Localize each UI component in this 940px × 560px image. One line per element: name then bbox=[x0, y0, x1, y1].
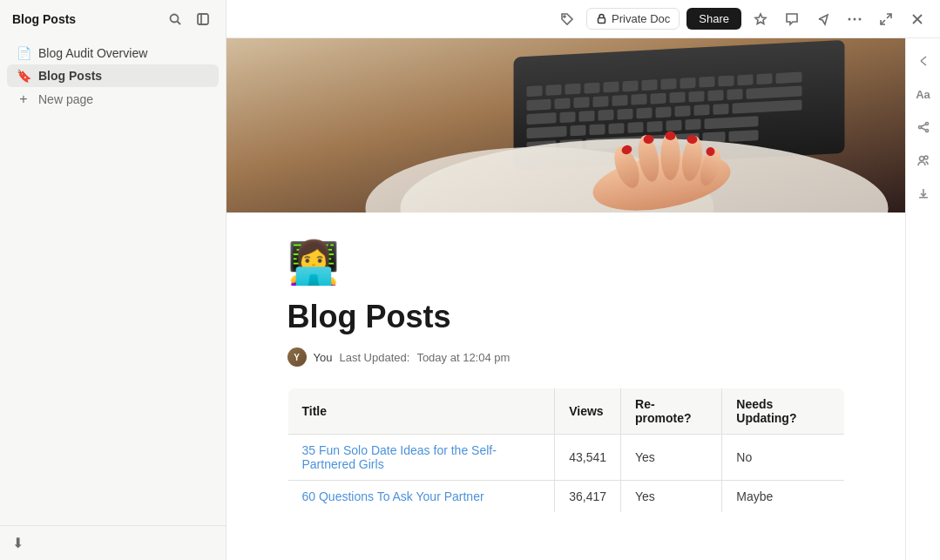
svg-marker-6 bbox=[755, 14, 766, 24]
tag-icon bbox=[560, 12, 574, 26]
svg-line-86 bbox=[921, 128, 925, 131]
svg-line-80 bbox=[921, 57, 926, 61]
svg-rect-27 bbox=[738, 74, 754, 85]
bookmark-icon: 🔖 bbox=[16, 69, 31, 83]
typography-button[interactable]: Aa bbox=[910, 80, 937, 108]
topbar: Private Doc Share bbox=[227, 0, 940, 38]
private-doc-label: Private Doc bbox=[612, 12, 670, 25]
users-button[interactable] bbox=[910, 146, 937, 174]
svg-rect-18 bbox=[565, 84, 581, 95]
svg-rect-20 bbox=[604, 81, 619, 92]
typography-icon: Aa bbox=[916, 88, 930, 101]
search-button[interactable] bbox=[165, 10, 186, 28]
table-title-link[interactable]: 60 Questions To Ask Your Partner bbox=[302, 489, 484, 503]
svg-rect-29 bbox=[776, 71, 802, 84]
svg-rect-39 bbox=[708, 90, 724, 101]
sidebar-header: Blog Posts bbox=[0, 0, 226, 38]
svg-rect-33 bbox=[593, 96, 609, 107]
svg-rect-48 bbox=[656, 106, 672, 118]
svg-line-85 bbox=[921, 125, 925, 127]
private-doc-button[interactable]: Private Doc bbox=[586, 8, 680, 30]
svg-rect-45 bbox=[598, 110, 614, 121]
meta-author: You bbox=[314, 351, 333, 364]
table-row: 60 Questions To Ask Your Partner36,417Ye… bbox=[287, 481, 844, 513]
svg-rect-55 bbox=[590, 124, 605, 135]
page-emoji: 👩‍💻 bbox=[287, 239, 845, 287]
sidebar-item-label: Blog Posts bbox=[38, 69, 102, 83]
collapse-right-button[interactable] bbox=[910, 47, 937, 75]
svg-point-77 bbox=[666, 132, 676, 140]
table-row: 35 Fun Solo Date Ideas for the Self-Part… bbox=[287, 435, 844, 481]
svg-rect-24 bbox=[680, 78, 696, 89]
share-right-button[interactable] bbox=[910, 113, 937, 141]
svg-point-87 bbox=[919, 157, 923, 161]
table-header-repromote: Re-promote? bbox=[621, 388, 722, 435]
meta-separator: Last Updated: bbox=[339, 351, 409, 364]
content-wrapper: 👩‍💻 Blog Posts Y You Last Updated: Today… bbox=[227, 38, 940, 560]
table-header-title: Title bbox=[287, 388, 555, 435]
svg-point-0 bbox=[171, 15, 179, 23]
sidebar-item-label: Blog Audit Overview bbox=[38, 46, 147, 60]
svg-rect-28 bbox=[757, 73, 773, 84]
lock-icon bbox=[596, 13, 607, 24]
svg-point-7 bbox=[849, 17, 851, 20]
table-cell-title: 35 Fun Solo Date Ideas for the Self-Part… bbox=[287, 435, 555, 481]
svg-rect-49 bbox=[675, 105, 691, 117]
send-button[interactable] bbox=[811, 9, 835, 30]
expand-icon bbox=[879, 12, 893, 26]
comments-button[interactable] bbox=[780, 9, 804, 30]
svg-rect-32 bbox=[574, 97, 590, 108]
right-sidebar: Aa bbox=[905, 38, 940, 560]
close-button[interactable] bbox=[905, 9, 930, 30]
favorite-button[interactable] bbox=[748, 9, 773, 30]
svg-rect-17 bbox=[546, 84, 562, 96]
svg-rect-90 bbox=[919, 197, 928, 199]
sidebar-title: Blog Posts bbox=[12, 12, 76, 26]
page-content: 👩‍💻 Blog Posts Y You Last Updated: Today… bbox=[253, 213, 880, 548]
svg-point-8 bbox=[854, 17, 856, 20]
share-label: Share bbox=[699, 12, 729, 25]
sidebar: Blog Posts 📄 Blog Audit Overview 🔖 bbox=[0, 0, 227, 560]
sidebar-item-blog-posts[interactable]: 🔖 Blog Posts bbox=[7, 64, 219, 87]
svg-line-1 bbox=[178, 22, 181, 25]
svg-rect-26 bbox=[719, 76, 734, 87]
expand-button[interactable] bbox=[874, 9, 898, 30]
svg-rect-54 bbox=[571, 125, 586, 136]
svg-rect-56 bbox=[609, 123, 625, 134]
table-title-link[interactable]: 35 Fun Solo Date Ideas for the Self-Part… bbox=[302, 443, 497, 471]
download-right-button[interactable] bbox=[910, 179, 937, 207]
svg-line-81 bbox=[921, 61, 926, 65]
table-cell-views: 43,541 bbox=[555, 435, 621, 481]
tag-button[interactable] bbox=[555, 9, 579, 30]
table-cell-repromote: Yes bbox=[621, 481, 722, 513]
blog-posts-table: Title Views Re-promote? Needs Updating? … bbox=[287, 388, 845, 513]
sidebar-item-blog-audit[interactable]: 📄 Blog Audit Overview bbox=[7, 42, 219, 64]
sidebar-collapse-icon bbox=[196, 12, 210, 26]
svg-rect-2 bbox=[198, 14, 208, 24]
sidebar-item-new-page[interactable]: + New page bbox=[7, 87, 219, 111]
content-area[interactable]: 👩‍💻 Blog Posts Y You Last Updated: Today… bbox=[227, 38, 905, 560]
svg-point-9 bbox=[859, 17, 862, 20]
download-icon[interactable]: ⬇ bbox=[12, 536, 24, 550]
main: Private Doc Share bbox=[227, 0, 940, 560]
svg-rect-51 bbox=[713, 104, 729, 115]
svg-rect-42 bbox=[527, 112, 557, 125]
plus-icon: + bbox=[16, 91, 31, 107]
more-options-button[interactable] bbox=[842, 14, 867, 24]
svg-rect-50 bbox=[694, 105, 710, 116]
svg-point-84 bbox=[918, 126, 921, 129]
avatar: Y bbox=[287, 347, 307, 367]
svg-rect-57 bbox=[628, 122, 644, 133]
svg-rect-16 bbox=[527, 85, 543, 97]
table-header-needs-updating: Needs Updating? bbox=[722, 388, 844, 435]
sidebar-item-label: New page bbox=[38, 92, 93, 106]
table-cell-views: 36,417 bbox=[555, 481, 621, 513]
svg-rect-34 bbox=[612, 95, 628, 106]
table-header-views: Views bbox=[555, 388, 621, 435]
svg-rect-25 bbox=[700, 77, 715, 88]
share-button[interactable]: Share bbox=[686, 8, 741, 30]
collapse-sidebar-button[interactable] bbox=[193, 10, 213, 28]
svg-point-4 bbox=[564, 16, 565, 17]
star-icon bbox=[754, 12, 768, 26]
svg-rect-46 bbox=[618, 109, 633, 120]
